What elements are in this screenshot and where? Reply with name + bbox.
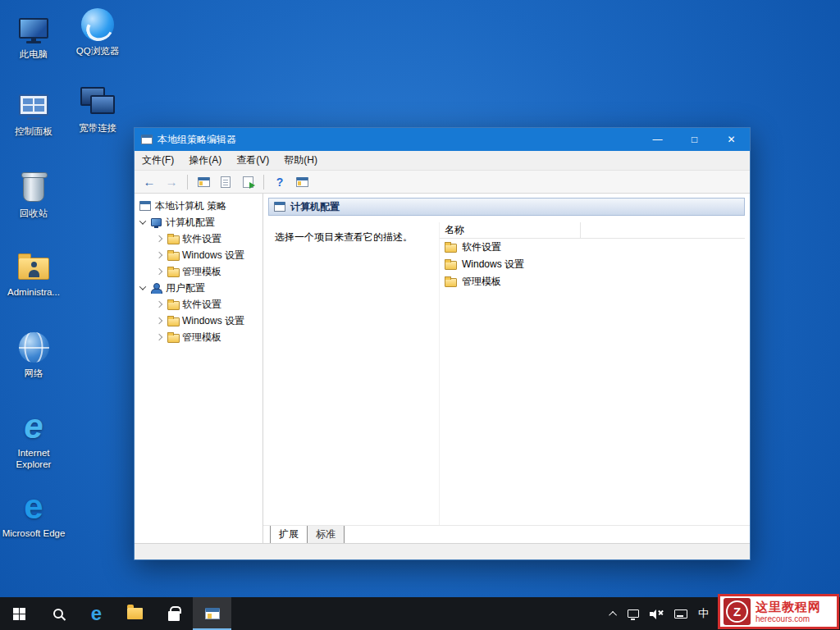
tree-node-user-software-settings[interactable]: 软件设置	[135, 296, 262, 313]
chevron-right-icon[interactable]	[156, 301, 162, 308]
window-controls: — □ ✕	[639, 128, 750, 151]
name-column-header[interactable]: 名称	[440, 222, 581, 238]
search-button[interactable]	[39, 597, 77, 630]
chevron-right-icon[interactable]	[156, 252, 162, 258]
tree-label: 用户配置	[166, 281, 205, 295]
export-list-button[interactable]	[238, 173, 258, 191]
description-text: 选择一个项目来查看它的描述。	[275, 231, 413, 243]
taskbar-edge-button[interactable]: e	[77, 597, 116, 630]
desktop-icon-network[interactable]: 网络	[2, 329, 66, 379]
tab-standard[interactable]: 标准	[307, 526, 345, 545]
tree-node-computer-configuration[interactable]: 计算机配置	[135, 214, 262, 231]
banner-title: 计算机配置	[290, 200, 340, 214]
tree-label: 软件设置	[182, 298, 221, 312]
tree-label: 管理模板	[182, 265, 221, 279]
list-item-admin-templates[interactable]: 管理模板	[440, 273, 745, 290]
chevron-right-icon[interactable]	[156, 317, 162, 324]
folder-icon	[167, 268, 180, 277]
desktop-icon-administrator[interactable]: Administra...	[2, 248, 66, 298]
watermark-text: 这里教程网 herecours.com	[756, 600, 821, 624]
desktop-icon-qq-browser[interactable]: QQ浏览器	[66, 7, 130, 57]
tree-label: 计算机配置	[166, 216, 215, 230]
show-console-tree-button[interactable]	[194, 173, 213, 191]
tree-node-user-windows-settings[interactable]: Windows 设置	[135, 313, 262, 329]
taskbar: e 中	[0, 597, 840, 630]
results-body: 选择一个项目来查看它的描述。 名称 软件设置 Windows 设置	[263, 216, 750, 525]
window-body: 本地计算机 策略 计算机配置 软件设置 Windows 设置 管理模板	[135, 194, 750, 543]
edge-icon: e	[91, 604, 102, 623]
tray-ime-indicator[interactable]: 中	[698, 606, 709, 621]
titlebar[interactable]: 本地组策略编辑器 — □ ✕	[135, 128, 750, 151]
desktop-icon-recycle-bin[interactable]: 回收站	[2, 169, 66, 219]
folder-icon	[445, 261, 457, 270]
internet-explorer-icon: e	[24, 410, 43, 443]
back-button[interactable]: ←	[139, 173, 159, 191]
description-panel: 选择一个项目来查看它的描述。	[268, 222, 439, 525]
desktop-icon-label: 控制面板	[2, 126, 66, 137]
results-pane: 计算机配置 选择一个项目来查看它的描述。 名称 软件设置 Win	[263, 194, 750, 543]
results-pane-banner: 计算机配置	[268, 198, 745, 216]
close-button[interactable]: ✕	[713, 128, 750, 151]
forward-button[interactable]: →	[162, 173, 181, 191]
chevron-right-icon[interactable]	[156, 334, 162, 340]
desktop-icon-label: 宽带连接	[66, 122, 130, 134]
desktop-icon-microsoft-edge[interactable]: e Microsoft Edge	[2, 489, 66, 539]
tree-node-computer-admin-templates[interactable]: 管理模板	[135, 263, 262, 280]
maximize-button[interactable]: □	[676, 128, 713, 151]
console-tree: 本地计算机 策略 计算机配置 软件设置 Windows 设置 管理模板	[135, 194, 263, 543]
tree-root-local-computer-policy[interactable]: 本地计算机 策略	[135, 198, 262, 214]
taskbar-file-explorer-button[interactable]	[116, 597, 154, 630]
menu-file[interactable]: 文件(F)	[135, 151, 181, 170]
tree-node-computer-software-settings[interactable]: 软件设置	[135, 231, 262, 247]
tree-node-computer-windows-settings[interactable]: Windows 设置	[135, 247, 262, 263]
extended-view-button[interactable]	[292, 173, 312, 191]
tab-extended[interactable]: 扩展	[270, 526, 308, 545]
tree-label: Windows 设置	[182, 249, 244, 262]
chevron-right-icon[interactable]	[156, 235, 162, 242]
folder-icon	[167, 301, 180, 310]
control-panel-icon	[19, 94, 48, 116]
export-list-icon	[243, 176, 253, 188]
status-bar	[135, 543, 750, 559]
help-button[interactable]: ?	[270, 173, 290, 191]
desktop-icon-label: QQ浏览器	[66, 45, 130, 57]
tree-node-user-configuration[interactable]: 用户配置	[135, 280, 262, 296]
watermark-logo-letter: Z	[726, 600, 748, 623]
taskbar-store-button[interactable]	[154, 597, 193, 630]
watermark-title: 这里教程网	[756, 600, 821, 614]
toolbar: ← → ?	[135, 171, 750, 194]
list-item-software-settings[interactable]: 软件设置	[440, 239, 745, 256]
menu-view[interactable]: 查看(V)	[229, 151, 276, 170]
search-icon	[53, 609, 63, 619]
taskbar-gpedit-button[interactable]	[193, 597, 231, 630]
tree-label: 管理模板	[182, 331, 221, 345]
computer-icon	[151, 218, 162, 226]
desktop-icon-label: Microsoft Edge	[2, 527, 66, 539]
menu-help[interactable]: 帮助(H)	[276, 151, 325, 170]
properties-button[interactable]	[216, 173, 235, 191]
list-item-label: Windows 设置	[462, 258, 524, 272]
minimize-button[interactable]: —	[639, 128, 676, 151]
administrator-folder-icon	[18, 258, 49, 280]
start-button[interactable]	[0, 597, 39, 630]
menu-action[interactable]: 操作(A)	[181, 151, 229, 170]
tray-volume-muted-icon[interactable]	[650, 609, 664, 619]
desktop-icon-control-panel[interactable]: 控制面板	[2, 87, 66, 137]
list-item-windows-settings[interactable]: Windows 设置	[440, 256, 745, 273]
tray-chevron-up-icon[interactable]	[609, 610, 617, 619]
tray-network-icon[interactable]	[628, 609, 639, 618]
tree-label: 本地计算机 策略	[155, 199, 226, 213]
chevron-down-icon[interactable]	[139, 283, 146, 290]
chevron-down-icon[interactable]	[139, 217, 146, 224]
desktop-icon-label: 网络	[2, 368, 66, 379]
tray-keyboard-icon[interactable]	[674, 609, 687, 619]
desktop-icon-this-pc[interactable]: 此电脑	[2, 10, 66, 60]
chevron-right-icon[interactable]	[156, 268, 162, 275]
desktop-icon-broadband[interactable]: 宽带连接	[66, 84, 130, 134]
gpedit-window: 本地组策略编辑器 — □ ✕ 文件(F) 操作(A) 查看(V) 帮助(H) ←…	[134, 127, 751, 560]
folder-icon	[167, 252, 180, 261]
desktop-icon-internet-explorer[interactable]: e Internet Explorer	[2, 409, 66, 471]
tree-node-user-admin-templates[interactable]: 管理模板	[135, 329, 262, 345]
folder-icon	[445, 278, 457, 287]
broadband-icon	[80, 87, 115, 116]
